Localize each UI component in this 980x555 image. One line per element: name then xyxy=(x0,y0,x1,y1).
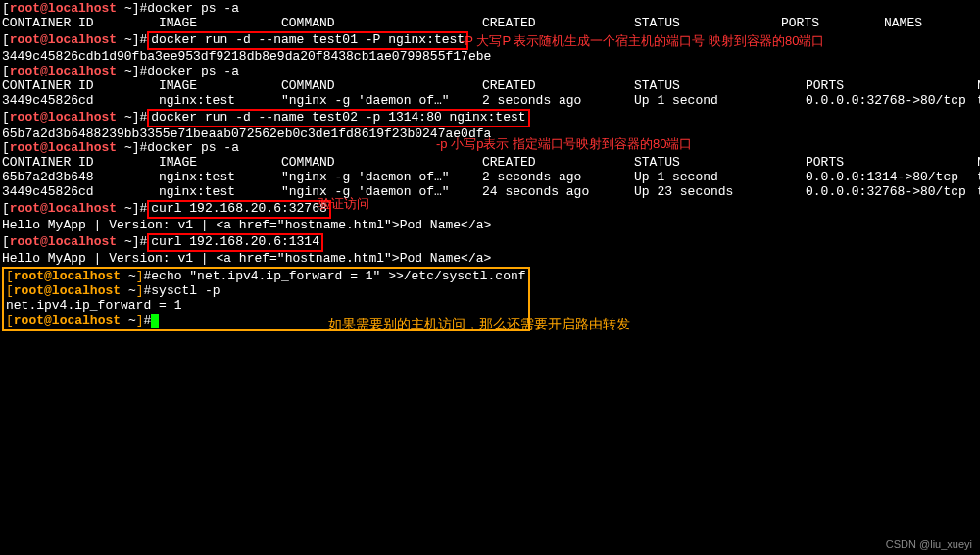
prompt-line: [root@localhost ~]#docker ps -a xyxy=(2,2,978,17)
prompt-line: [root@localhost ~]#docker run -d --name … xyxy=(2,109,978,127)
highlighted-command-1: docker run -d --name test01 -P nginx:tes… xyxy=(147,31,468,50)
prompt-line: [root@localhost ~]#curl 192.168.20.6:131… xyxy=(2,233,978,252)
highlighted-command-2: docker run -d --name test02 -p 1314:80 n… xyxy=(147,109,529,127)
table-row: 65b7a2d3b648nginx:test"nginx -g 'daemon … xyxy=(2,171,978,185)
highlighted-command-4: curl 192.168.20.6:1314 xyxy=(147,233,323,252)
command-text: docker ps -a xyxy=(147,1,239,16)
annotation-4: 如果需要别的主机访问，那么还需要开启路由转发 xyxy=(328,316,630,331)
table-row: 3449c45826cdnginx:test"nginx -g 'daemon … xyxy=(2,94,978,109)
annotation-2: -p 小写p表示 指定端口号映射到容器的80端口 xyxy=(436,137,692,152)
output-line: Hello MyApp | Version: v1 | <a href="hos… xyxy=(2,219,978,233)
cursor[interactable] xyxy=(151,314,159,328)
table-header: CONTAINER IDIMAGECOMMANDCREATEDSTATUSPOR… xyxy=(2,79,978,94)
prompt-line: [root@localhost ~]#curl 192.168.20.6:327… xyxy=(2,200,978,219)
output-line: Hello MyApp | Version: v1 | <a href="hos… xyxy=(2,252,978,267)
table-row: 3449c45826cdnginx:test"nginx -g 'daemon … xyxy=(2,185,978,200)
prompt-line: [root@localhost ~]#docker ps -a xyxy=(2,65,978,79)
highlighted-command-3: curl 192.168.20.6:32768 xyxy=(147,200,330,219)
output-line: 3449c45826cdb1d90fba3ee953df9218db8e9da2… xyxy=(2,50,978,65)
annotation-3: 验证访问 xyxy=(318,197,369,212)
watermark: CSDN @liu_xueyi xyxy=(886,538,972,551)
table-header: CONTAINER IDIMAGECOMMANDCREATEDSTATUSPOR… xyxy=(2,156,978,171)
table-header: CONTAINER IDIMAGECOMMANDCREATEDSTATUSPOR… xyxy=(2,17,978,31)
annotation-1: -P 大写P 表示随机生成一个宿主机的端口号 映射到容器的80端口 xyxy=(461,34,825,49)
